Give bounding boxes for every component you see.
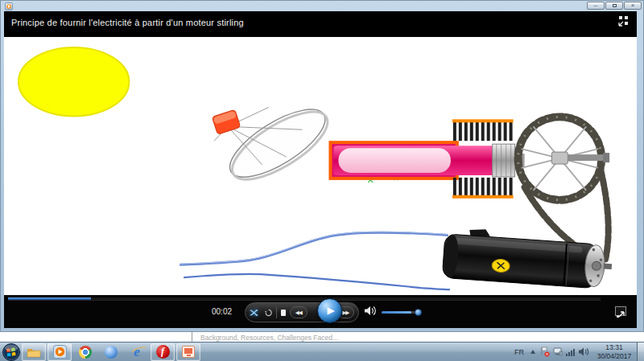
- generator-wires: [180, 232, 450, 289]
- taskbar-windows-explorer[interactable]: [22, 343, 46, 361]
- explorer-folder-icon: [27, 347, 41, 358]
- volume-tray-icon[interactable]: [579, 347, 589, 356]
- taskbar-windows-media-player[interactable]: [47, 343, 72, 361]
- start-button[interactable]: [2, 343, 20, 361]
- taskbar: e f FR: [0, 342, 644, 361]
- repeat-button[interactable]: [265, 308, 272, 318]
- clock-time: 13:31: [596, 343, 633, 352]
- taskbar-blue-sphere-app[interactable]: [99, 343, 123, 361]
- wmp-icon: [53, 345, 67, 359]
- signal-strength-icon[interactable]: [566, 348, 576, 356]
- play-button[interactable]: ▶: [317, 298, 342, 323]
- taskbar-flash-player[interactable]: f: [151, 343, 175, 361]
- desktop-background: Background, Resources, Challenges Faced.…: [0, 332, 644, 342]
- volume-slider[interactable]: [382, 311, 419, 314]
- switch-to-library-icon: [616, 310, 625, 318]
- maximize-icon: [613, 4, 617, 7]
- blue-sphere-icon: [105, 346, 118, 359]
- hidden-icons-arrow[interactable]: [530, 350, 535, 354]
- generator-motor: [442, 227, 613, 289]
- slide-text: Background, Resources, Challenges Faced.…: [200, 334, 338, 342]
- controls-divider: [276, 307, 277, 318]
- video-frame: [4, 37, 637, 295]
- network-status-icon[interactable]: [553, 347, 563, 356]
- chrome-icon: [79, 346, 92, 359]
- elapsed-time: 00:02: [212, 307, 232, 316]
- taskbar-powerpoint[interactable]: [176, 343, 200, 361]
- video-title: Principe de fournir l'electricité à part…: [4, 11, 637, 37]
- close-button[interactable]: ×: [624, 2, 642, 10]
- maximize-button[interactable]: [605, 2, 623, 10]
- title-bar[interactable]: – ×: [1, 1, 643, 11]
- minimize-button[interactable]: –: [587, 2, 605, 10]
- stirling-tube: [330, 142, 506, 178]
- media-player-window: – × Principe de fournir l'electricité à …: [0, 0, 644, 332]
- seek-bar[interactable]: [8, 297, 601, 301]
- volume-level: [382, 311, 411, 314]
- stirling-animation: [4, 37, 637, 295]
- action-center-flag-icon[interactable]: [540, 347, 550, 357]
- internet-explorer-icon: e: [134, 346, 140, 359]
- powerpoint-icon: [182, 346, 195, 358]
- clock[interactable]: 13:31 30/04/2017: [596, 343, 633, 360]
- slide-divider: [192, 332, 192, 342]
- screen: – × Principe de fournir l'electricité à …: [0, 0, 644, 361]
- flash-icon: f: [156, 345, 170, 359]
- language-indicator[interactable]: FR: [511, 348, 527, 356]
- shuffle-button[interactable]: [250, 308, 259, 318]
- full-screen-toggle-icon[interactable]: [618, 16, 630, 27]
- seek-progress: [8, 297, 91, 300]
- playback-controls: 00:02 ◀◀ ▶▶ ▶: [4, 295, 637, 328]
- chain-flywheel: [518, 117, 610, 199]
- system-tray: FR 13:31 30/04/: [511, 343, 644, 361]
- stop-button[interactable]: [281, 310, 286, 316]
- caption-buttons: – ×: [586, 2, 642, 10]
- mute-button[interactable]: [365, 306, 377, 316]
- show-desktop-button[interactable]: [637, 343, 644, 361]
- taskbar-chrome[interactable]: [73, 343, 97, 361]
- switch-to-library-button[interactable]: [615, 306, 626, 316]
- player-chrome: Principe de fournir l'electricité à part…: [4, 11, 637, 328]
- wmp-window-icon: [5, 2, 13, 10]
- volume-thumb[interactable]: [415, 309, 422, 316]
- rewind-button[interactable]: ◀◀: [290, 306, 307, 318]
- taskbar-internet-explorer[interactable]: e: [125, 343, 149, 361]
- sun-shape: [19, 47, 129, 116]
- clock-date: 30/04/2017: [596, 352, 633, 361]
